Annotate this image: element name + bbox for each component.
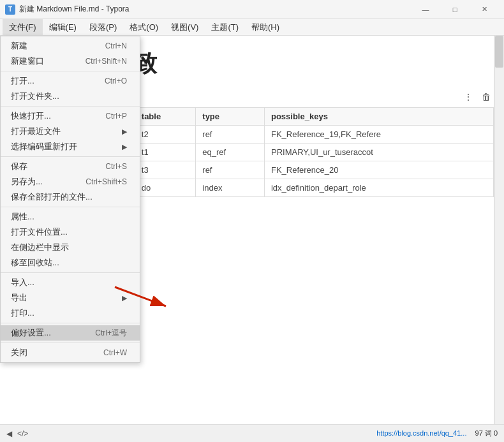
scrollbar[interactable] (494, 36, 504, 424)
cell-keys-3: FK_Reference_20 (264, 161, 493, 179)
menu-print[interactable]: 打印... (1, 306, 140, 321)
word-count: 97 词 0 (475, 429, 498, 437)
menu-save-all[interactable]: 保存全部打开的文件... (1, 189, 140, 205)
separator-1 (1, 71, 140, 71)
status-bar: ◀ </> https://blog.csdn.net/qq_41... 97 … (0, 424, 504, 442)
menu-item-theme[interactable]: 主题(T) (205, 19, 245, 35)
menu-bar: 文件(F) 编辑(E) 段落(P) 格式(O) 视图(V) 主题(T) 帮助(H… (0, 19, 504, 36)
menu-new-window[interactable]: 新建窗口 Ctrl+Shift+N (1, 54, 140, 69)
col-header-table: table (135, 108, 196, 126)
menu-reopen-encoding[interactable]: 选择编码重新打开 ▶ (1, 139, 140, 154)
cell-keys-2: PRIMARY,UI_ur_tuseraccot (264, 144, 493, 161)
menu-close[interactable]: 关闭 Ctrl+W (1, 345, 140, 360)
cell-keys-4: idx_definition_depart_role (264, 179, 493, 197)
nav-code-button[interactable]: </> (17, 429, 28, 438)
toolbar-delete-button[interactable]: 🗑 (478, 89, 494, 105)
window-title: 新建 Markdown File.md - Typora (19, 4, 130, 15)
menu-properties[interactable]: 属性... (1, 209, 140, 225)
separator-5 (1, 272, 140, 273)
cell-type-4: index (196, 179, 265, 197)
separator-7 (1, 343, 140, 343)
menu-open[interactable]: 打开... Ctrl+O (1, 73, 140, 89)
menu-quick-open[interactable]: 快速打开... Ctrl+P (1, 108, 140, 124)
cell-table-4: do (135, 179, 196, 197)
menu-export[interactable]: 导出 ▶ (1, 290, 140, 306)
file-dropdown: 新建 Ctrl+N 新建窗口 Ctrl+Shift+N 打开... Ctrl+O… (0, 36, 140, 363)
maximize-button[interactable]: □ (440, 0, 470, 19)
toolbar-more-button[interactable]: ⋮ (461, 89, 476, 105)
title-bar-left: T 新建 Markdown File.md - Typora (5, 4, 130, 15)
app-icon: T (5, 4, 15, 15)
cell-type-1: ref (196, 126, 265, 144)
separator-6 (1, 323, 140, 323)
menu-move-trash[interactable]: 移至回收站... (1, 255, 140, 270)
status-link: https://blog.csdn.net/qq_41... 97 词 0 (376, 429, 498, 438)
cell-table-2: t1 (135, 144, 196, 161)
menu-save[interactable]: 保存 Ctrl+S (1, 159, 140, 174)
cell-type-2: eq_ref (196, 144, 265, 161)
menu-item-paragraph[interactable]: 段落(P) (83, 19, 123, 35)
cell-table-3: t3 (135, 161, 196, 179)
menu-item-format[interactable]: 格式(O) (123, 19, 165, 35)
close-button[interactable]: ✕ (470, 0, 499, 19)
menu-new[interactable]: 新建 Ctrl+N (1, 38, 140, 54)
menu-item-edit[interactable]: 编辑(E) (43, 19, 83, 35)
col-header-type: type (196, 108, 265, 126)
separator-4 (1, 207, 140, 207)
cell-table-1: t2 (135, 126, 196, 144)
separator-3 (1, 156, 140, 157)
window-controls: — □ ✕ (411, 0, 499, 19)
menu-item-view[interactable]: 视图(V) (165, 19, 205, 35)
title-bar: T 新建 Markdown File.md - Typora — □ ✕ (0, 0, 504, 19)
cell-keys-1: FK_Reference_19,FK_Refere (264, 126, 493, 144)
status-bar-nav: ◀ </> (6, 429, 28, 438)
menu-import[interactable]: 导入... (1, 275, 140, 290)
menu-open-location[interactable]: 打开文件位置... (1, 225, 140, 240)
menu-recent-files[interactable]: 打开最近文件 ▶ (1, 124, 140, 139)
nav-prev-button[interactable]: ◀ (6, 429, 12, 438)
menu-show-sidebar[interactable]: 在侧边栏中显示 (1, 240, 140, 255)
cell-type-3: ref (196, 161, 265, 179)
scrollbar-thumb[interactable] (495, 36, 503, 68)
separator-2 (1, 106, 140, 107)
toolbar-action-icons: ⋮ 🗑 (461, 89, 494, 105)
menu-open-folder[interactable]: 打开文件夹... (1, 89, 140, 104)
col-header-possible-keys: possible_keys (264, 108, 493, 126)
menu-item-file[interactable]: 文件(F) (3, 19, 43, 35)
minimize-button[interactable]: — (411, 0, 440, 19)
menu-save-as[interactable]: 另存为... Ctrl+Shift+S (1, 174, 140, 189)
menu-item-help[interactable]: 帮助(H) (245, 19, 286, 35)
menu-preferences[interactable]: 偏好设置... Ctrl+逗号 (1, 325, 140, 341)
